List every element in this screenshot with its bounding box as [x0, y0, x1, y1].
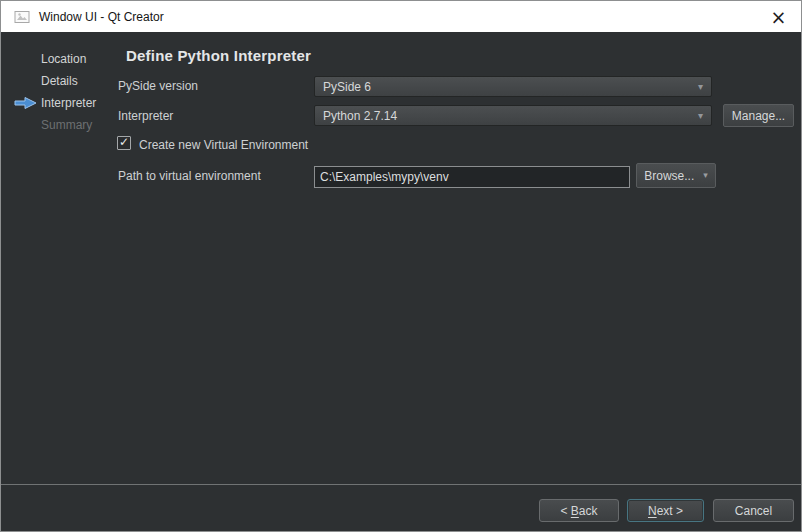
browse-button[interactable]: Browse... ▾ — [636, 163, 716, 188]
sidebar-item-label: Details — [41, 74, 78, 88]
app-icon — [14, 9, 30, 25]
next-button-label: Next > — [648, 504, 683, 518]
interpreter-select[interactable]: Python 2.7.14 ▾ — [314, 105, 712, 126]
sidebar-item-label: Interpreter — [41, 96, 96, 110]
cancel-button[interactable]: Cancel — [713, 499, 794, 522]
window-title: Window UI - Qt Creator — [39, 10, 164, 24]
checkmark-icon: ✓ — [119, 136, 129, 148]
sidebar-item-label: Summary — [41, 118, 92, 132]
sidebar-item-label: Location — [41, 52, 86, 66]
interpreter-value: Python 2.7.14 — [323, 109, 397, 123]
chevron-down-icon: ▾ — [698, 81, 703, 91]
back-button-label: < Back — [560, 504, 597, 518]
chevron-down-icon: ▾ — [703, 171, 708, 180]
browse-button-label: Browse... — [644, 169, 694, 183]
wizard-dialog: Window UI - Qt Creator × Location Detail… — [0, 0, 802, 532]
interpreter-label: Interpreter — [118, 108, 173, 124]
venv-path-label: Path to virtual environment — [118, 168, 261, 184]
sidebar-item-interpreter[interactable]: Interpreter — [41, 92, 121, 114]
chevron-down-icon: ▾ — [698, 110, 703, 120]
footer-divider — [1, 484, 801, 485]
venv-path-input[interactable] — [314, 166, 630, 188]
titlebar: Window UI - Qt Creator × — [1, 1, 801, 32]
create-venv-label[interactable]: Create new Virtual Environment — [139, 137, 308, 153]
sidebar-item-location[interactable]: Location — [41, 48, 121, 70]
cancel-button-label: Cancel — [735, 504, 772, 518]
page-title: Define Python Interpreter — [126, 47, 311, 64]
pyside-version-label: PySide version — [118, 78, 198, 94]
create-venv-checkbox[interactable]: ✓ — [117, 136, 131, 150]
next-button[interactable]: Next > — [627, 499, 704, 522]
sidebar-item-summary: Summary — [41, 114, 121, 136]
close-icon[interactable]: × — [756, 1, 801, 32]
sidebar-item-details[interactable]: Details — [41, 70, 121, 92]
pyside-version-select[interactable]: PySide 6 ▾ — [314, 76, 712, 97]
manage-button[interactable]: Manage... — [723, 104, 794, 127]
manage-button-label: Manage... — [732, 109, 785, 123]
current-step-arrow-icon — [14, 96, 38, 110]
back-button[interactable]: < Back — [539, 499, 619, 522]
pyside-version-value: PySide 6 — [323, 80, 371, 94]
